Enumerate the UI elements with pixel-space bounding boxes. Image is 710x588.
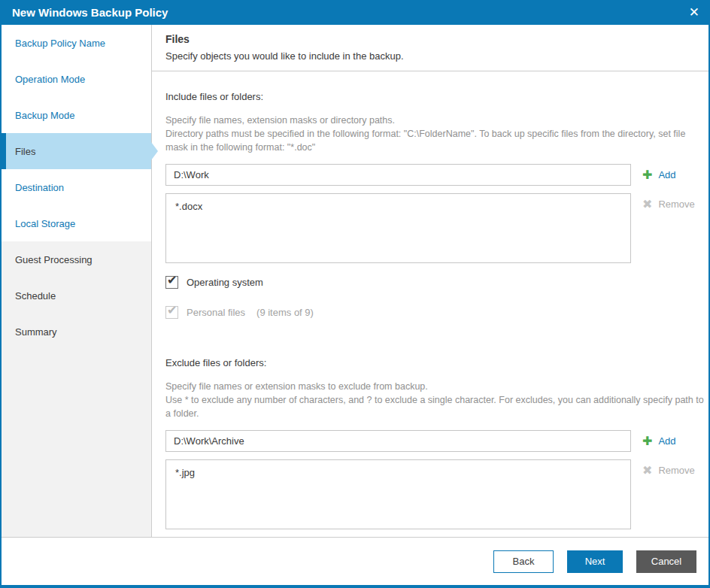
exclude-section-label: Exclude files or folders: [165,357,708,368]
next-button[interactable]: Next [567,550,623,573]
personal-files-checkbox-row: ✔ Personal files (9 items of 9) [165,306,708,319]
exclude-hint-line1: Specify file names or extension masks to… [165,380,704,393]
exclude-items-list[interactable]: *.jpg [165,459,631,529]
add-button-label: Add [658,169,675,180]
sidebar-item-backup-mode[interactable]: Backup Mode [2,97,151,133]
exclude-hint: Specify file names or extension masks to… [165,380,704,420]
include-add-button[interactable]: ✚ Add [642,164,676,186]
step-content: Files Specify objects you would like to … [152,25,708,537]
include-hint-line1: Specify file names, extension masks or d… [165,114,704,127]
dialog-title: New Windows Backup Policy [12,6,168,19]
plus-icon: ✚ [642,435,652,447]
remove-button-label: Remove [658,465,694,476]
close-icon[interactable]: ✕ [689,6,699,19]
include-section-label: Include files or folders: [165,91,708,102]
title-bar: New Windows Backup Policy ✕ [0,0,710,25]
sidebar-item-files[interactable]: Files [2,133,151,169]
include-hint-line2: Directory paths must be specified in the… [165,127,704,154]
sidebar-item-operation-mode[interactable]: Operation Mode [2,61,151,97]
checkmark-icon: ✔ [167,303,177,317]
sidebar-item-schedule: Schedule [2,277,151,314]
dialog-body: Backup Policy Name Operation Mode Backup… [2,25,708,537]
operating-system-checkbox-row: ✔ Operating system [165,276,708,289]
operating-system-checkbox[interactable]: ✔ [165,276,178,289]
plus-icon: ✚ [642,169,652,181]
exclude-add-button[interactable]: ✚ Add [642,430,676,452]
operating-system-label: Operating system [187,277,263,288]
checkmark-icon: ✔ [167,273,177,287]
exclude-list-row: *.jpg ✖ Remove [165,459,708,529]
step-header: Files Specify objects you would like to … [152,25,708,71]
add-button-label: Add [658,435,675,447]
list-item[interactable]: *.docx [175,200,621,213]
dialog-footer: Back Next Cancel [2,537,708,585]
sidebar-item-destination[interactable]: Destination [2,169,151,205]
sidebar-item-guest-processing: Guest Processing [2,241,151,277]
personal-files-label: Personal files [187,307,245,318]
step-form: Include files or folders: Specify file n… [152,71,708,537]
include-hint: Specify file names, extension masks or d… [165,114,704,154]
include-input-row: ✚ Add [165,164,708,186]
page-title: Files [165,33,693,45]
x-remove-icon: ✖ [642,199,652,211]
sidebar-item-local-storage[interactable]: Local Storage [2,205,151,241]
sidebar-item-summary: Summary [2,314,151,350]
new-windows-backup-policy-dialog: New Windows Backup Policy ✕ Backup Polic… [0,0,710,588]
exclude-hint-line2: Use * to exclude any number of character… [165,393,704,420]
include-items-list[interactable]: *.docx [165,193,631,263]
list-item[interactable]: *.jpg [175,466,621,479]
back-button[interactable]: Back [493,550,554,573]
page-subtitle: Specify objects you would like to includ… [165,50,693,62]
include-path-input[interactable] [165,164,631,186]
sidebar-item-backup-policy-name[interactable]: Backup Policy Name [2,25,151,61]
exclude-path-input[interactable] [165,430,631,452]
include-remove-button: ✖ Remove [642,193,695,215]
personal-files-count: (9 items of 9) [256,307,314,318]
include-list-row: *.docx ✖ Remove [165,193,708,263]
exclude-remove-button: ✖ Remove [642,459,695,481]
wizard-steps-sidebar: Backup Policy Name Operation Mode Backup… [2,25,152,537]
x-remove-icon: ✖ [642,465,652,477]
personal-files-checkbox: ✔ [165,306,178,319]
cancel-button[interactable]: Cancel [636,550,696,573]
exclude-input-row: ✚ Add [165,430,708,452]
remove-button-label: Remove [658,199,694,210]
